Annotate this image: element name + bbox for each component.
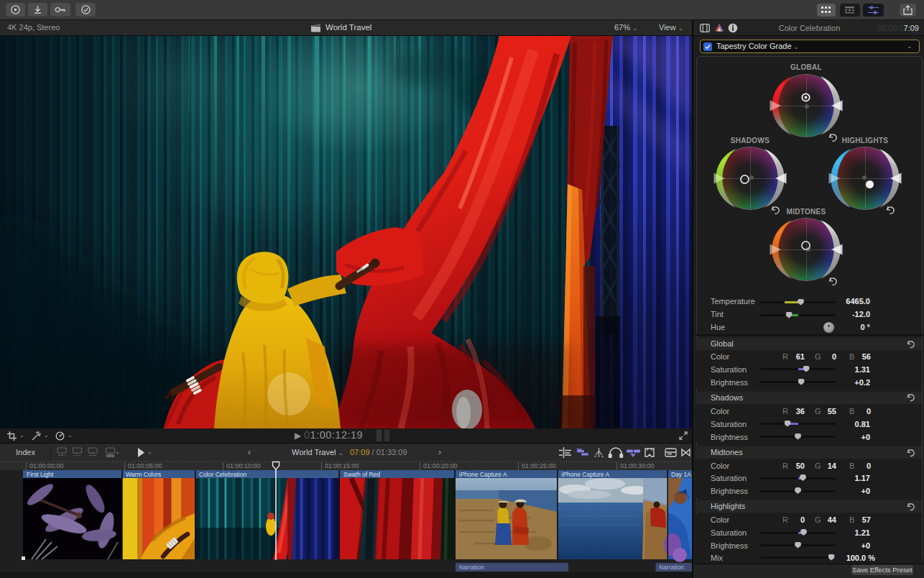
svg-text:Color Celebration: Color Celebration — [199, 471, 246, 478]
svg-text:Narration: Narration — [459, 564, 484, 571]
svg-text:iPhone Capture A: iPhone Capture A — [562, 471, 610, 478]
svg-text:Day 1A: Day 1A — [671, 471, 691, 478]
svg-text:Swath of Red: Swath of Red — [343, 471, 380, 478]
svg-text:Warm Colors: Warm Colors — [126, 471, 161, 478]
svg-text:First Light: First Light — [27, 471, 54, 478]
svg-text:Narration: Narration — [659, 564, 684, 571]
svg-text:iPhone Capture A: iPhone Capture A — [459, 471, 507, 478]
